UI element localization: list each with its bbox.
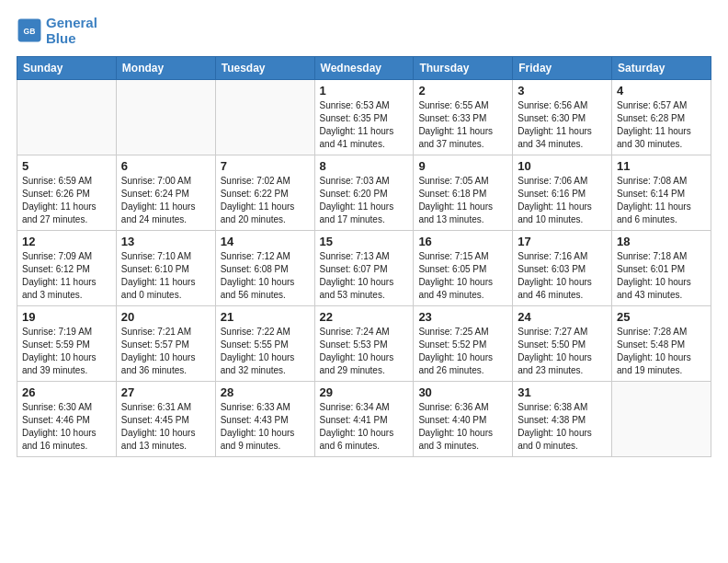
day-info: Sunrise: 7:21 AMSunset: 5:57 PMDaylight:… [121, 326, 210, 377]
day-info: Sunrise: 7:27 AMSunset: 5:50 PMDaylight:… [518, 326, 607, 377]
day-info: Sunrise: 6:30 AMSunset: 4:46 PMDaylight:… [22, 401, 111, 453]
day-info: Sunrise: 7:06 AMSunset: 6:16 PMDaylight:… [518, 175, 607, 226]
day-number: 5 [22, 159, 111, 173]
day-number: 21 [221, 310, 310, 324]
calendar-cell: 3Sunrise: 6:56 AMSunset: 6:30 PMDaylight… [513, 79, 612, 155]
weekday-header: Wednesday [314, 56, 414, 79]
day-info: Sunrise: 6:33 AMSunset: 4:43 PMDaylight:… [221, 401, 310, 453]
calendar-cell: 11Sunrise: 7:08 AMSunset: 6:14 PMDayligh… [612, 155, 711, 230]
logo-icon: GB [17, 17, 42, 43]
day-number: 2 [418, 84, 507, 98]
day-info: Sunrise: 6:59 AMSunset: 6:26 PMDaylight:… [22, 175, 111, 226]
day-info: Sunrise: 7:13 AMSunset: 6:07 PMDaylight:… [320, 250, 409, 302]
calendar-cell: 28Sunrise: 6:33 AMSunset: 4:43 PMDayligh… [215, 381, 314, 456]
calendar-cell: 22Sunrise: 7:24 AMSunset: 5:53 PMDayligh… [314, 305, 414, 381]
calendar-week-row: 5Sunrise: 6:59 AMSunset: 6:26 PMDaylight… [17, 155, 711, 230]
day-info: Sunrise: 6:55 AMSunset: 6:33 PMDaylight:… [418, 99, 507, 151]
calendar-cell: 29Sunrise: 6:34 AMSunset: 4:41 PMDayligh… [314, 381, 414, 456]
calendar-cell: 25Sunrise: 7:28 AMSunset: 5:48 PMDayligh… [612, 305, 711, 381]
calendar-cell: 27Sunrise: 6:31 AMSunset: 4:45 PMDayligh… [116, 381, 215, 456]
calendar-table: SundayMondayTuesdayWednesdayThursdayFrid… [17, 56, 711, 457]
calendar-cell: 15Sunrise: 7:13 AMSunset: 6:07 PMDayligh… [314, 230, 414, 305]
calendar-cell: 21Sunrise: 7:22 AMSunset: 5:55 PMDayligh… [215, 305, 314, 381]
day-number: 27 [121, 385, 210, 399]
day-number: 23 [418, 310, 507, 324]
day-number: 12 [22, 235, 111, 248]
day-number: 19 [22, 310, 111, 324]
day-info: Sunrise: 7:02 AMSunset: 6:22 PMDaylight:… [221, 175, 310, 226]
day-info: Sunrise: 7:28 AMSunset: 5:48 PMDaylight:… [617, 326, 706, 377]
day-number: 25 [617, 310, 706, 324]
calendar-cell: 24Sunrise: 7:27 AMSunset: 5:50 PMDayligh… [513, 305, 612, 381]
day-info: Sunrise: 7:12 AMSunset: 6:08 PMDaylight:… [221, 250, 310, 302]
day-number: 14 [221, 235, 310, 248]
calendar-cell: 2Sunrise: 6:55 AMSunset: 6:33 PMDaylight… [414, 79, 513, 155]
day-info: Sunrise: 7:18 AMSunset: 6:01 PMDaylight:… [617, 250, 706, 302]
calendar-cell: 17Sunrise: 7:16 AMSunset: 6:03 PMDayligh… [513, 230, 612, 305]
weekday-header: Thursday [414, 56, 513, 79]
day-info: Sunrise: 7:00 AMSunset: 6:24 PMDaylight:… [121, 175, 210, 226]
day-number: 10 [518, 159, 607, 173]
day-info: Sunrise: 6:57 AMSunset: 6:28 PMDaylight:… [617, 99, 706, 151]
day-info: Sunrise: 7:03 AMSunset: 6:20 PMDaylight:… [320, 175, 409, 226]
calendar-cell: 7Sunrise: 7:02 AMSunset: 6:22 PMDaylight… [215, 155, 314, 230]
calendar-cell: 14Sunrise: 7:12 AMSunset: 6:08 PMDayligh… [215, 230, 314, 305]
calendar-cell: 5Sunrise: 6:59 AMSunset: 6:26 PMDaylight… [17, 155, 117, 230]
day-info: Sunrise: 6:34 AMSunset: 4:41 PMDaylight:… [320, 401, 409, 453]
day-info: Sunrise: 6:36 AMSunset: 4:40 PMDaylight:… [418, 401, 507, 453]
weekday-header: Tuesday [215, 56, 314, 79]
logo-text: General Blue [46, 15, 97, 47]
logo: GB General Blue [17, 15, 97, 47]
day-number: 29 [320, 385, 409, 399]
day-info: Sunrise: 7:08 AMSunset: 6:14 PMDaylight:… [617, 175, 706, 226]
calendar-cell: 9Sunrise: 7:05 AMSunset: 6:18 PMDaylight… [414, 155, 513, 230]
svg-text:GB: GB [24, 27, 36, 36]
day-number: 8 [320, 159, 409, 173]
day-info: Sunrise: 6:56 AMSunset: 6:30 PMDaylight:… [518, 99, 607, 151]
calendar-week-row: 19Sunrise: 7:19 AMSunset: 5:59 PMDayligh… [17, 305, 711, 381]
calendar-cell: 6Sunrise: 7:00 AMSunset: 6:24 PMDaylight… [116, 155, 215, 230]
calendar-cell [215, 79, 314, 155]
calendar-cell: 8Sunrise: 7:03 AMSunset: 6:20 PMDaylight… [314, 155, 414, 230]
day-info: Sunrise: 7:19 AMSunset: 5:59 PMDaylight:… [22, 326, 111, 377]
day-info: Sunrise: 7:15 AMSunset: 6:05 PMDaylight:… [418, 250, 507, 302]
day-number: 11 [617, 159, 706, 173]
day-number: 17 [518, 235, 607, 248]
day-info: Sunrise: 6:53 AMSunset: 6:35 PMDaylight:… [320, 99, 409, 151]
day-number: 3 [518, 84, 607, 98]
calendar-cell [612, 381, 711, 456]
header: GB General Blue [17, 15, 711, 47]
day-number: 31 [518, 385, 607, 399]
day-number: 13 [121, 235, 210, 248]
calendar-cell: 19Sunrise: 7:19 AMSunset: 5:59 PMDayligh… [17, 305, 117, 381]
calendar-week-row: 1Sunrise: 6:53 AMSunset: 6:35 PMDaylight… [17, 79, 711, 155]
calendar-cell: 23Sunrise: 7:25 AMSunset: 5:52 PMDayligh… [414, 305, 513, 381]
day-info: Sunrise: 7:10 AMSunset: 6:10 PMDaylight:… [121, 250, 210, 302]
day-info: Sunrise: 7:05 AMSunset: 6:18 PMDaylight:… [418, 175, 507, 226]
calendar-cell: 30Sunrise: 6:36 AMSunset: 4:40 PMDayligh… [414, 381, 513, 456]
calendar-cell [17, 79, 117, 155]
weekday-header: Monday [116, 56, 215, 79]
calendar-cell: 13Sunrise: 7:10 AMSunset: 6:10 PMDayligh… [116, 230, 215, 305]
calendar-cell: 31Sunrise: 6:38 AMSunset: 4:38 PMDayligh… [513, 381, 612, 456]
calendar-cell: 16Sunrise: 7:15 AMSunset: 6:05 PMDayligh… [414, 230, 513, 305]
day-info: Sunrise: 7:25 AMSunset: 5:52 PMDaylight:… [418, 326, 507, 377]
day-number: 30 [418, 385, 507, 399]
day-number: 15 [320, 235, 409, 248]
day-number: 7 [221, 159, 310, 173]
day-number: 16 [418, 235, 507, 248]
day-number: 20 [121, 310, 210, 324]
day-number: 24 [518, 310, 607, 324]
day-number: 22 [320, 310, 409, 324]
calendar-cell: 12Sunrise: 7:09 AMSunset: 6:12 PMDayligh… [17, 230, 117, 305]
calendar-cell: 10Sunrise: 7:06 AMSunset: 6:16 PMDayligh… [513, 155, 612, 230]
calendar-cell: 18Sunrise: 7:18 AMSunset: 6:01 PMDayligh… [612, 230, 711, 305]
day-info: Sunrise: 7:16 AMSunset: 6:03 PMDaylight:… [518, 250, 607, 302]
calendar-cell: 1Sunrise: 6:53 AMSunset: 6:35 PMDaylight… [314, 79, 414, 155]
weekday-header-row: SundayMondayTuesdayWednesdayThursdayFrid… [17, 56, 711, 79]
day-number: 26 [22, 385, 111, 399]
page: GB General Blue SundayMondayTuesdayWedne… [0, 0, 728, 563]
day-info: Sunrise: 7:24 AMSunset: 5:53 PMDaylight:… [320, 326, 409, 377]
calendar-cell: 4Sunrise: 6:57 AMSunset: 6:28 PMDaylight… [612, 79, 711, 155]
weekday-header: Friday [513, 56, 612, 79]
